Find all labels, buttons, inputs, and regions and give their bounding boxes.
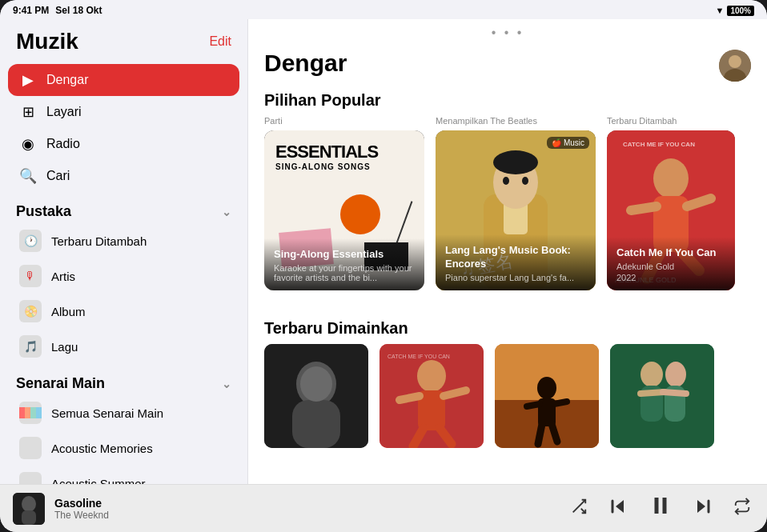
catch-overlay: Catch Me If You Can Adekunle Gold 2022 xyxy=(607,237,735,290)
senarai-chevron[interactable]: ⌄ xyxy=(222,378,231,390)
gasoline-svg xyxy=(264,344,368,448)
sidebar-label-cari: Cari xyxy=(46,169,70,183)
svg-line-39 xyxy=(538,424,542,444)
svg-point-26 xyxy=(417,360,446,392)
embrace-svg xyxy=(610,344,714,448)
sidebar-label-layari: Layari xyxy=(46,105,82,119)
recent-card-catch2[interactable]: CATCH ME IF YOU CAN xyxy=(379,344,484,448)
sidebar-header: Muzik Edit xyxy=(0,29,247,64)
svg-line-38 xyxy=(554,402,567,404)
svg-line-47 xyxy=(663,392,686,394)
sidebar-title: Muzik xyxy=(16,29,78,54)
gasoline-thumb xyxy=(264,344,368,448)
repeat-button[interactable] xyxy=(730,494,754,522)
drag-dots: • • • xyxy=(492,26,524,40)
svg-point-49 xyxy=(22,496,36,512)
sidebar-item-cari[interactable]: 🔍 Cari xyxy=(8,160,239,192)
sidebar-item-layari[interactable]: ⊞ Layari xyxy=(8,96,239,128)
rewind-button[interactable] xyxy=(605,494,631,523)
sidebar-item-acoustic-summer[interactable]: Acoustic Summer xyxy=(8,466,239,484)
recent-section-title: Terbaru Dimainkan xyxy=(248,319,767,344)
status-bar-right: ▼ 100% xyxy=(716,6,754,16)
recent-card-gasoline[interactable] xyxy=(264,344,368,448)
edit-button[interactable]: Edit xyxy=(209,34,231,49)
svg-rect-22 xyxy=(292,400,340,448)
recent-card-embrace[interactable] xyxy=(610,344,714,448)
senarai-label: Senarai Main xyxy=(16,375,105,392)
essentials-text: ESSENTIALS SING-ALONG SONGS xyxy=(275,142,378,171)
now-playing-bar: Gasoline The Weeknd xyxy=(0,484,767,532)
now-playing-title: Gasoline xyxy=(54,497,557,510)
play-pause-button[interactable] xyxy=(645,490,676,526)
user-avatar[interactable] xyxy=(719,50,751,82)
sidebar-label-radio: Radio xyxy=(46,137,80,151)
lang-card[interactable]: ♫ 签名 🍎 Music Lang Lang's Music Book: Enc… xyxy=(436,130,596,290)
lang-subtitle: Piano superstar Lang Lang's fa... xyxy=(445,273,586,282)
sidebar-label-dengar: Dengar xyxy=(46,73,88,87)
essentials-subtitle: Karaoke at your fingertips with your fav… xyxy=(274,263,415,282)
catch2-svg: CATCH ME IF YOU CAN xyxy=(379,344,484,448)
play-icon: ▶ xyxy=(19,71,37,89)
apple-music-label: Music xyxy=(564,138,584,147)
svg-point-1 xyxy=(729,55,741,68)
playlist-grid-thumb xyxy=(19,402,42,424)
essentials-title: Sing-Along Essentials xyxy=(274,248,415,262)
apple-music-badge: 🍎 Music xyxy=(547,137,589,149)
svg-rect-56 xyxy=(663,498,667,514)
sidebar-item-artis[interactable]: 🎙 Artis xyxy=(8,258,239,294)
note-icon: 🎵 xyxy=(19,335,42,358)
acoustic-summer-thumb xyxy=(19,472,42,484)
album-icon: 📀 xyxy=(19,300,42,322)
svg-rect-50 xyxy=(22,510,36,525)
clock-icon: 🕐 xyxy=(19,230,42,252)
essentials-sublabel: Parti xyxy=(264,116,424,126)
lang-title: Lang Lang's Music Book: Encores xyxy=(445,244,586,271)
orange-circle-shape xyxy=(340,194,380,234)
svg-marker-57 xyxy=(697,500,705,513)
sidebar-label-acoustic-memories-text: Acoustic Memories xyxy=(51,442,153,455)
popular-cards: Parti ESSENTIALS SING-ALONG SONGS xyxy=(264,116,751,290)
content-header: Dengar xyxy=(248,43,767,91)
sidebar-label-semua: Semua Senarai Main xyxy=(51,406,163,420)
pustaka-chevron[interactable]: ⌄ xyxy=(222,206,231,218)
catch-sublabel: Terbaru Ditambah xyxy=(607,116,735,126)
svg-point-8 xyxy=(503,177,509,185)
essentials-card[interactable]: ESSENTIALS SING-ALONG SONGS xyxy=(264,130,424,290)
recent-cards: CATCH ME IF YOU CAN xyxy=(264,344,751,448)
essentials-line1: ESSENTIALS xyxy=(275,142,378,162)
sidebar-item-lagu[interactable]: 🎵 Lagu xyxy=(8,329,239,364)
sidebar-item-dengar[interactable]: ▶ Dengar xyxy=(8,64,239,96)
sidebar-item-album[interactable]: 📀 Album xyxy=(8,294,239,329)
svg-point-23 xyxy=(300,366,332,402)
svg-text:CATCH ME IF YOU CAN: CATCH ME IF YOU CAN xyxy=(623,141,695,148)
senarai-section-header: Senarai Main ⌄ xyxy=(0,364,247,395)
svg-point-35 xyxy=(537,377,556,399)
catch-artist: Adekunle Gold xyxy=(616,262,725,271)
embrace-thumb xyxy=(610,344,714,448)
wifi-icon: ▼ xyxy=(716,6,725,15)
recent-card-desert[interactable] xyxy=(495,344,599,448)
pustaka-section-header: Pustaka ⌄ xyxy=(0,192,247,223)
lang-overlay: Lang Lang's Music Book: Encores Piano su… xyxy=(436,234,596,290)
shuffle-button[interactable] xyxy=(567,494,591,522)
catch-card[interactable]: CATCH ME IF YOU CAN ADEKUNLE GOLD Catch … xyxy=(607,130,735,290)
svg-point-12 xyxy=(653,158,689,198)
sidebar-item-terbaru[interactable]: 🕐 Terbaru Ditambah xyxy=(8,223,239,258)
search-icon: 🔍 xyxy=(19,167,37,185)
now-playing-controls xyxy=(567,490,754,526)
recent-section: CATCH ME IF YOU CAN xyxy=(248,344,767,448)
desert-thumb xyxy=(495,344,599,448)
svg-marker-53 xyxy=(616,500,624,513)
sidebar-item-acoustic-memories[interactable]: Terbaru Dimainkan Acoustic Memories xyxy=(8,430,239,466)
catch-card-wrapper: Terbaru Ditambah xyxy=(607,116,735,290)
status-time: 9:41 PM xyxy=(13,5,49,16)
sidebar-label-artis: Artis xyxy=(51,270,75,283)
sidebar-item-semua-senarai[interactable]: Semua Senarai Main xyxy=(8,395,239,430)
essentials-card-wrapper: Parti ESSENTIALS SING-ALONG SONGS xyxy=(264,116,424,290)
sidebar-item-radio[interactable]: ◉ Radio xyxy=(8,128,239,160)
svg-point-42 xyxy=(641,362,663,387)
sidebar-label-acoustic-summer: Acoustic Summer xyxy=(51,477,146,485)
forward-button[interactable] xyxy=(690,494,716,523)
now-playing-thumb xyxy=(13,493,45,525)
sidebar-label-terbaru: Terbaru Ditambah xyxy=(51,234,147,248)
